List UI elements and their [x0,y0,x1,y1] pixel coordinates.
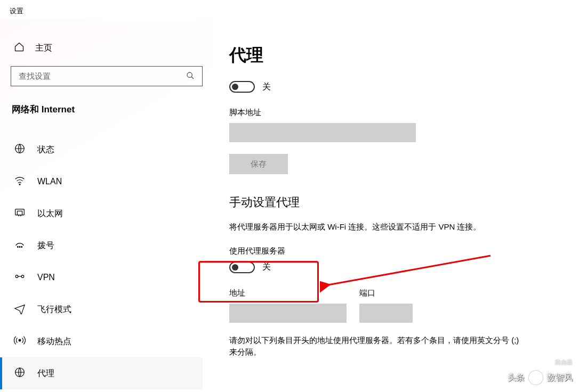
svg-point-12 [21,275,24,278]
sidebar-item-status[interactable]: 状态 [11,134,203,166]
address-input[interactable] [229,304,347,323]
svg-rect-5 [17,211,22,215]
save-button[interactable]: 保存 [229,154,288,174]
sidebar-item-dialup[interactable]: 拨号 [11,230,203,262]
home-icon [14,42,25,54]
script-address-input[interactable] [229,123,416,142]
svg-point-0 [187,72,192,77]
sidebar-item-hotspot[interactable]: 移动热点 [11,325,203,357]
window-title: 设置 [0,0,579,20]
watermark-small: 路由器 [555,358,573,366]
address-label: 地址 [229,288,347,298]
manual-description: 将代理服务器用于以太网或 Wi-Fi 连接。这些设置不适用于 VPN 连接。 [229,221,528,233]
svg-point-3 [19,184,20,185]
svg-point-10 [21,247,22,248]
sidebar-item-ethernet[interactable]: 以太网 [11,198,203,230]
watermark-logo-icon [529,371,543,385]
svg-rect-4 [15,209,25,215]
svg-point-8 [17,247,18,248]
sidebar-item-airplane[interactable]: 飞行模式 [11,293,203,325]
nav-label: 以太网 [37,208,63,219]
nav-label: 状态 [37,144,54,156]
watermark-text1: 头条 [508,372,525,383]
manual-section-title: 手动设置代理 [229,194,563,210]
svg-point-14 [19,339,21,341]
nav-label: VPN [37,273,55,282]
port-input[interactable] [359,304,413,323]
svg-line-1 [191,77,194,79]
dialup-icon [14,239,26,252]
port-label: 端口 [359,288,413,298]
svg-point-9 [19,247,20,248]
sidebar-category: 网络和 Internet [11,86,203,125]
nav-label: WLAN [37,177,62,186]
content-area: 代理 关 脚本地址 保存 手动设置代理 将代理服务器用于以太网或 Wi-Fi 连… [213,20,579,389]
vpn-icon [14,271,26,284]
ethernet-icon [14,207,26,220]
wifi-icon [14,175,26,189]
auto-detect-state: 关 [262,81,271,93]
use-proxy-toggle[interactable] [229,262,255,273]
globe-icon [14,143,26,157]
script-address-label: 脚本地址 [229,108,563,118]
use-proxy-label: 使用代理服务器 [229,246,563,256]
sidebar-item-proxy[interactable]: 代理 [0,357,203,389]
search-icon [186,71,195,81]
sidebar-item-vpn[interactable]: VPN [11,262,203,293]
exceptions-text: 请勿对以下列条目开头的地址使用代理服务器。若有多个条目，请使用英文分号 (;) … [229,334,528,358]
sidebar-item-wlan[interactable]: WLAN [11,166,203,198]
auto-detect-toggle[interactable] [229,81,255,93]
airplane-icon [14,303,26,316]
hotspot-icon [14,334,26,348]
watermark: 头条 数智风 [508,371,573,385]
search-placeholder: 查找设置 [19,71,51,81]
proxy-icon [14,366,26,380]
sidebar-item-home[interactable]: 主页 [11,20,203,66]
watermark-text2: 数智风 [547,372,573,383]
use-proxy-state: 关 [262,262,271,273]
home-label: 主页 [35,43,52,54]
svg-point-11 [15,275,18,278]
search-input[interactable]: 查找设置 [11,66,203,86]
sidebar: 主页 查找设置 网络和 Internet 状态 WLAN 以太网 [0,20,213,389]
nav-label: 飞行模式 [37,304,71,315]
nav-label: 代理 [37,368,54,379]
nav-label: 移动热点 [37,336,71,347]
nav-label: 拨号 [37,240,54,251]
page-title: 代理 [229,44,563,67]
